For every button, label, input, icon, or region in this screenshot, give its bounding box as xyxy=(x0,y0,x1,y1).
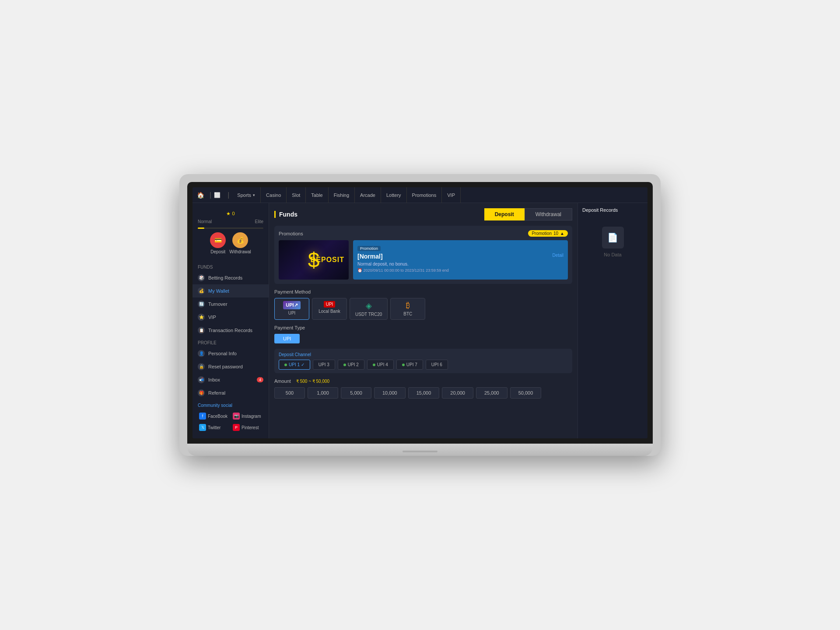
deposit-tab[interactable]: Deposit xyxy=(484,208,525,220)
btc-icon: ₿ xyxy=(406,301,410,310)
payment-method-upi[interactable]: UPI↗ UPI xyxy=(274,298,309,320)
withdrawal-btn-icon: 💰 xyxy=(232,232,248,248)
device-icon[interactable]: ⬜ xyxy=(214,192,220,198)
amount-10000[interactable]: 10,000 xyxy=(374,387,406,399)
no-data-text: No Data xyxy=(604,252,621,257)
channel-upi2[interactable]: UPI 2 xyxy=(338,360,364,370)
betting-records-label: Betting Records xyxy=(208,275,242,280)
usdt-icon: ◈ xyxy=(366,301,372,311)
social-item-twitter[interactable]: 𝕏 Twitter xyxy=(198,423,230,432)
deposit-channel-section: Deposit Channel UPI 1 ✓ UPI 3 UPI 2 xyxy=(274,349,572,373)
channel-upi4[interactable]: UPI 4 xyxy=(367,360,394,370)
no-data-box: 📄 No Data xyxy=(582,218,643,266)
sidebar-item-betting-records[interactable]: 🎲 Betting Records xyxy=(192,271,269,284)
funds-section-title: Funds xyxy=(192,261,269,271)
btc-label: BTC xyxy=(403,312,412,316)
sidebar-item-vip[interactable]: ⭐ VIP xyxy=(192,311,269,324)
channel-buttons: UPI 1 ✓ UPI 3 UPI 2 UPI 4 xyxy=(279,360,568,370)
promotion-badge: Promotion 10 ▲ xyxy=(528,230,568,237)
amount-15000[interactable]: 15,000 xyxy=(408,387,440,399)
channel-dot-upi2 xyxy=(343,364,346,366)
sidebar-item-referral[interactable]: 🎁 Referral xyxy=(192,386,269,399)
amount-1000[interactable]: 1,000 xyxy=(308,387,338,399)
nav-divider: | xyxy=(210,191,211,199)
deposit-channel-label: Deposit Channel xyxy=(279,352,568,357)
home-icon[interactable]: 🏠 xyxy=(197,192,204,199)
payment-method-btc[interactable]: ₿ BTC xyxy=(390,298,425,320)
inbox-icon: 📬 xyxy=(198,376,205,383)
sidebar-item-transaction-records[interactable]: 📋 Transaction Records xyxy=(192,324,269,337)
withdrawal-action-btn[interactable]: 💰 Withdrawal xyxy=(229,232,251,254)
nav-item-fishing[interactable]: Fishing xyxy=(329,187,355,203)
transaction-records-label: Transaction Records xyxy=(208,328,252,333)
my-wallet-label: My Wallet xyxy=(208,288,229,294)
payment-method-local-bank[interactable]: UPI Local Bank xyxy=(312,298,347,320)
payment-type-upi[interactable]: UPI xyxy=(274,334,300,343)
reset-password-label: Reset password xyxy=(208,364,243,369)
personal-info-icon: 👤 xyxy=(198,350,205,357)
channel-upi3[interactable]: UPI 3 xyxy=(313,360,335,370)
amount-50000[interactable]: 50,000 xyxy=(510,387,542,399)
sidebar-item-my-wallet[interactable]: 💰 My Wallet xyxy=(192,284,269,298)
nav-item-vip[interactable]: VIP xyxy=(442,187,461,203)
withdrawal-btn-label: Withdrawal xyxy=(229,249,251,254)
inbox-label: Inbox xyxy=(208,377,220,382)
nav-item-sports[interactable]: Sports ▾ xyxy=(232,187,261,203)
turnover-label: Turnover xyxy=(208,301,228,307)
payment-method-usdt[interactable]: ◈ USDT TRC20 xyxy=(350,298,388,320)
channel-upi1[interactable]: UPI 1 ✓ xyxy=(279,360,310,370)
promotions-section: Promotions Promotion 10 ▲ $ DEPOSIT xyxy=(274,226,572,284)
nav-divider-2: | xyxy=(228,191,229,199)
referral-label: Referral xyxy=(208,390,225,396)
nav-item-casino[interactable]: Casino xyxy=(261,187,287,203)
turnover-icon: 🔄 xyxy=(198,301,205,308)
promotion-badge-text: Promotion xyxy=(532,231,552,236)
amount-range: ₹ 500 ~ ₹ 50,000 xyxy=(296,379,329,384)
amount-25000[interactable]: 25,000 xyxy=(476,387,508,399)
social-item-pinterest[interactable]: P Pinterest xyxy=(231,423,263,432)
level-bar xyxy=(198,228,263,229)
social-item-facebook[interactable]: f FaceBook xyxy=(198,411,230,421)
channel-upi6[interactable]: UPI 6 xyxy=(426,360,448,370)
pinterest-icon: P xyxy=(233,424,240,431)
nav-item-table[interactable]: Table xyxy=(306,187,328,203)
nav-item-slot[interactable]: Slot xyxy=(287,187,306,203)
deposit-action-btn[interactable]: 💳 Deposit xyxy=(210,232,226,254)
twitter-icon: 𝕏 xyxy=(199,424,206,431)
withdrawal-tab[interactable]: Withdrawal xyxy=(525,208,572,220)
amount-5000[interactable]: 5,000 xyxy=(341,387,371,399)
usdt-label: USDT TRC20 xyxy=(355,312,382,317)
main-layout: ★ 0 Normal Elite 💳 Deposit xyxy=(192,203,648,438)
sidebar-item-turnover[interactable]: 🔄 Turnover xyxy=(192,298,269,311)
channel-upi7[interactable]: UPI 7 xyxy=(396,360,423,370)
facebook-icon: f xyxy=(199,413,206,420)
amount-500[interactable]: 500 xyxy=(274,387,305,399)
payment-method-section: Payment Method UPI↗ UPI UPI Local Bank xyxy=(274,289,572,320)
nav-item-promotions[interactable]: Promotions xyxy=(407,187,442,203)
payment-methods: UPI↗ UPI UPI Local Bank ◈ USDT TRC20 xyxy=(274,298,572,320)
betting-records-icon: 🎲 xyxy=(198,274,205,281)
top-nav: 🏠 | ⬜ | Sports ▾ Casino Slot Table Fishi… xyxy=(192,187,648,203)
social-grid: f FaceBook 📷 Instagram 𝕏 Twitter P xyxy=(192,410,269,434)
promo-content: $ DEPOSIT Promotion [Normal] Normal depo… xyxy=(279,240,568,280)
sidebar-item-inbox[interactable]: 📬 Inbox 4 xyxy=(192,373,269,386)
sidebar-item-personal-info[interactable]: 👤 Personal Info xyxy=(192,347,269,360)
instagram-label: Instagram xyxy=(242,414,261,419)
action-buttons: 💳 Deposit 💰 Withdrawal xyxy=(198,232,263,254)
sidebar-item-reset-password[interactable]: 🔒 Reset password xyxy=(192,360,269,373)
promotion-count: 10 xyxy=(553,231,558,236)
promo-detail-link[interactable]: Detail xyxy=(552,253,564,258)
promotions-label: Promotions xyxy=(279,231,303,236)
pinterest-label: Pinterest xyxy=(242,425,259,430)
nav-item-lottery[interactable]: Lottery xyxy=(381,187,407,203)
vip-label: VIP xyxy=(208,315,216,320)
bank-icon: UPI xyxy=(324,301,336,308)
nav-item-arcade[interactable]: Arcade xyxy=(355,187,381,203)
deposit-btn-label: Deposit xyxy=(210,249,225,254)
funds-title: Funds xyxy=(274,211,298,218)
amount-section: Amount ₹ 500 ~ ₹ 50,000 500 1,000 5,000 … xyxy=(274,378,572,399)
amount-label: Amount xyxy=(274,378,291,384)
social-item-instagram[interactable]: 📷 Instagram xyxy=(231,411,263,421)
amount-20000[interactable]: 20,000 xyxy=(442,387,473,399)
sidebar: ★ 0 Normal Elite 💳 Deposit xyxy=(192,203,269,438)
